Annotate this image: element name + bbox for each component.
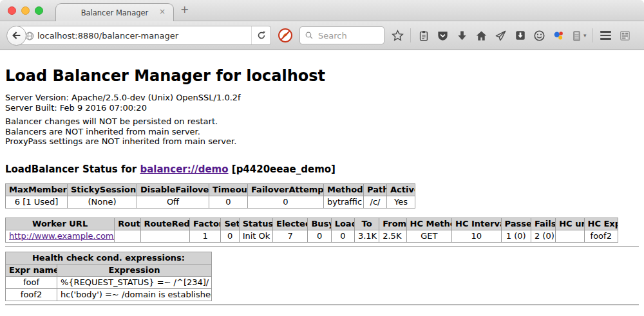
url-text[interactable]: localhost:8880/balancer-manager [37, 31, 251, 41]
worker-table: Worker URL Route RouteRedir Factor Set S… [5, 218, 618, 243]
table-cell: Off [137, 196, 209, 208]
extension-download-icon[interactable] [513, 28, 527, 43]
column-header: Passes [501, 218, 531, 230]
note-line: ProxyPass settings are NOT inherited fro… [5, 136, 639, 147]
column-header: RouteRedir [140, 218, 190, 230]
browser-window: Balancer Manager × + localhost:8880/bala… [0, 0, 644, 316]
expr-name-cell: foof [6, 276, 57, 288]
bookmark-star-icon[interactable] [391, 28, 404, 43]
home-icon[interactable] [475, 28, 488, 43]
close-window-button[interactable] [8, 6, 16, 15]
worker-url-link[interactable]: http://www.example.com/ [9, 231, 115, 241]
column-header: FailoverAttempts [248, 183, 324, 196]
table-cell: 6 [1 Used] [6, 196, 68, 208]
table-cell: 2 (0) [531, 230, 555, 242]
table-header-row: MaxMembers StickySession DisableFailover… [6, 183, 415, 196]
worker-url-cell: http://www.example.com/ [6, 230, 115, 242]
table-cell: foof2 [584, 230, 618, 242]
column-header: Method [324, 183, 364, 196]
balancer-parameters-table: MaxMembers StickySession DisableFailover… [5, 183, 415, 209]
tab-bar: Balancer Manager × + [0, 0, 644, 21]
zoom-window-button[interactable] [35, 6, 43, 15]
column-header: HC Method [406, 218, 452, 230]
table-cell: 0 [221, 230, 239, 242]
pocket-icon[interactable] [436, 28, 450, 43]
table-cell: Init Ok [239, 230, 272, 242]
reload-icon [256, 30, 267, 41]
column-header: From [379, 218, 406, 230]
table-cell [140, 230, 190, 242]
back-arrow-icon [11, 30, 23, 41]
health-check-table: Health check cond. expressions: Expr nam… [5, 252, 212, 301]
reload-button[interactable] [251, 26, 270, 44]
menu-hamburger-icon[interactable] [599, 28, 612, 43]
column-header: Status [239, 218, 272, 230]
column-header: MaxMembers [6, 183, 68, 196]
column-header: Fails [531, 218, 555, 230]
downloads-icon[interactable] [455, 28, 469, 43]
toolbar-separator [592, 28, 593, 42]
table-header-row: Health check cond. expressions: [6, 252, 212, 264]
send-tab-icon[interactable] [494, 28, 507, 43]
column-header: StickySession [68, 183, 137, 196]
status-heading-prefix: LoadBalancer Status for [5, 163, 137, 175]
tab-balancer-manager[interactable]: Balancer Manager × [55, 3, 174, 21]
table-row: foof2 hc('body') =~ /domain is establish… [6, 288, 212, 301]
expression-cell: hc('body') =~ /domain is established/ [57, 288, 212, 301]
column-header: DisableFailover [137, 183, 209, 196]
table-cell: 0 [308, 230, 331, 242]
table-row: 6 [1 Used] (None) Off 0 0 bytraffic /c/ … [6, 196, 415, 208]
table-cell: 10 [452, 230, 502, 242]
column-header: Load [331, 218, 354, 230]
table-cell: 0 [331, 230, 354, 242]
table-cell: /c/ [364, 196, 387, 208]
column-header: Busy [308, 218, 331, 230]
sidebar-extension-group[interactable]: ▾ [571, 30, 587, 42]
search-icon [305, 31, 314, 40]
navigation-toolbar: localhost:8880/balancer-manager [0, 21, 644, 50]
column-header: HC Expr [584, 218, 618, 230]
health-table-title: Health check cond. expressions: [6, 252, 212, 264]
window-controls [8, 6, 43, 15]
column-header: Factor [190, 218, 221, 230]
battery-extension-icon [571, 30, 582, 42]
table-cell: (None) [68, 196, 137, 208]
color-dots-extension-icon[interactable] [552, 28, 565, 43]
column-header: Elected [273, 218, 308, 230]
screenshot-extension-icon[interactable] [618, 28, 632, 43]
search-box[interactable] [299, 26, 384, 44]
search-input[interactable] [317, 30, 376, 41]
table-cell: 3.1K [354, 230, 379, 242]
new-tab-button[interactable]: + [180, 5, 189, 15]
loadbalancer-status-heading: LoadBalancer Status for balancer://demo … [5, 163, 639, 175]
column-header: Expression [57, 264, 212, 276]
tab-close-icon[interactable]: × [159, 8, 166, 15]
server-version-line: Server Version: Apache/2.5.0-dev (Unix) … [5, 93, 639, 103]
column-header: Path [364, 183, 387, 196]
section-divider [5, 246, 639, 247]
table-cell: GET [406, 230, 452, 242]
server-built-line: Server Built: Feb 9 2016 07:00:20 [5, 103, 639, 113]
tab-title: Balancer Manager [81, 8, 149, 17]
table-cell: 0 [209, 196, 248, 208]
status-heading-suffix: [p4420eeae_demo] [232, 163, 336, 175]
table-cell [556, 230, 584, 242]
smiley-extension-icon[interactable] [533, 28, 546, 43]
expr-name-cell: foof2 [6, 288, 57, 301]
back-button[interactable] [6, 26, 26, 46]
table-cell: 0 [248, 196, 324, 208]
content-blocked-button[interactable] [277, 27, 294, 44]
toolbar-icons: ▾ [391, 28, 638, 43]
column-header: Set [221, 218, 239, 230]
column-header: Worker URL [6, 218, 115, 230]
table-header-row: Expr name Expression [6, 264, 212, 276]
table-cell: 2.5K [379, 230, 406, 242]
minimize-window-button[interactable] [21, 6, 30, 15]
page-content: Load Balancer Manager for localhost Serv… [0, 50, 644, 316]
url-bar[interactable]: localhost:8880/balancer-manager [16, 26, 271, 45]
reading-list-icon[interactable] [417, 28, 430, 43]
table-cell [115, 230, 140, 242]
balancer-demo-link[interactable]: balancer://demo [140, 163, 228, 175]
column-header: HC Interval [452, 218, 502, 230]
dropdown-caret-icon: ▾ [583, 32, 587, 39]
